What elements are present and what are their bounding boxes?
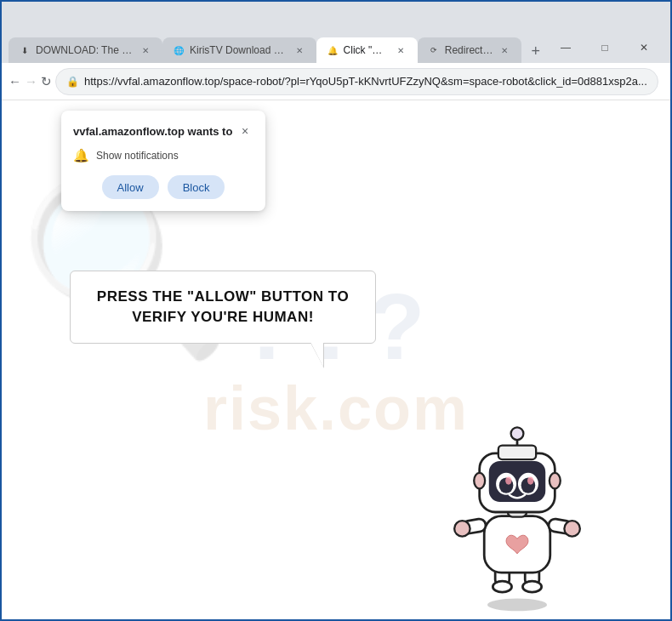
- svg-point-17: [505, 476, 511, 484]
- tab-close-kiristv[interactable]: ✕: [293, 43, 306, 57]
- back-button[interactable]: ←: [9, 68, 21, 95]
- svg-point-4: [522, 581, 541, 592]
- svg-point-9: [564, 521, 579, 536]
- popup-buttons: Allow Block: [73, 175, 253, 199]
- tab-favicon-allow: 🔔: [327, 44, 339, 56]
- lock-icon: 🔒: [66, 76, 79, 88]
- tab-favicon-redirecting: ⟳: [428, 44, 440, 56]
- titlebar: [2, 2, 670, 32]
- tab-download[interactable]: ⬇ DOWNLOAD: The Killer... ✕: [9, 37, 162, 63]
- robot-illustration: [432, 410, 602, 614]
- tab-allow[interactable]: 🔔 Click "Allow" ✕: [316, 37, 418, 63]
- svg-point-21: [474, 473, 485, 488]
- popup-site-suffix: wants to: [185, 125, 232, 138]
- tab-label-redirecting: Redirecting...: [445, 44, 493, 56]
- address-bar[interactable]: 🔒 https://vvfal.amazonflow.top/space-rob…: [55, 68, 658, 95]
- allow-button[interactable]: Allow: [102, 175, 159, 199]
- url-text: https://vvfal.amazonflow.top/space-robot…: [84, 75, 647, 88]
- speech-bubble: PRESS THE "ALLOW" BUTTON TO VERIFY YOU'R…: [70, 271, 376, 344]
- tab-close-allow[interactable]: ✕: [394, 43, 407, 57]
- page-content: 🔍 ??? risk.com vvfal.amazonflow.top want…: [2, 100, 670, 621]
- new-tab-button[interactable]: +: [525, 39, 546, 63]
- popup-close-button[interactable]: ×: [236, 122, 253, 140]
- notification-popup: vvfal.amazonflow.top wants to × 🔔 Show n…: [61, 111, 265, 211]
- bookmark-button[interactable]: ☆: [662, 68, 672, 95]
- watermark-bottom: risk.com: [203, 373, 469, 443]
- reload-button[interactable]: ↻: [41, 68, 52, 95]
- block-button[interactable]: Block: [168, 175, 225, 199]
- maximize-button[interactable]: □: [585, 32, 624, 63]
- tab-close-download[interactable]: ✕: [139, 43, 152, 57]
- minimize-button[interactable]: —: [546, 32, 585, 63]
- robot-container: [432, 410, 602, 614]
- tab-label-download: DOWNLOAD: The Killer...: [36, 44, 134, 56]
- bell-icon: 🔔: [73, 148, 89, 163]
- svg-point-3: [493, 581, 511, 592]
- tab-favicon-download: ⬇: [19, 44, 31, 56]
- popup-notification-text: Show notifications: [96, 150, 179, 162]
- speech-bubble-container: PRESS THE "ALLOW" BUTTON TO VERIFY YOU'R…: [70, 271, 376, 344]
- popup-site: vvfal.amazonflow.top wants to: [73, 125, 232, 138]
- tab-label-allow: Click "Allow": [344, 44, 389, 56]
- speech-bubble-text: PRESS THE "ALLOW" BUTTON TO VERIFY YOU'R…: [91, 287, 355, 328]
- forward-button[interactable]: →: [25, 68, 37, 95]
- popup-header: vvfal.amazonflow.top wants to ×: [73, 122, 253, 140]
- tab-label-kiristv: KirisTV Download Page...: [190, 44, 288, 56]
- tab-redirecting[interactable]: ⟳ Redirecting... ✕: [418, 37, 522, 63]
- close-button[interactable]: ✕: [624, 32, 663, 63]
- address-bar-row: ← → ↻ 🔒 https://vvfal.amazonflow.top/spa…: [2, 63, 670, 100]
- popup-notification-row: 🔔 Show notifications: [73, 148, 253, 163]
- svg-rect-23: [498, 446, 536, 460]
- window-controls: — □ ✕: [546, 32, 663, 63]
- tab-favicon-kiristv: 🌐: [173, 44, 185, 56]
- tab-bar: ⬇ DOWNLOAD: The Killer... ✕ 🌐 KirisTV Do…: [2, 32, 670, 63]
- svg-point-7: [454, 521, 470, 536]
- svg-point-0: [487, 599, 547, 612]
- tab-close-redirecting[interactable]: ✕: [498, 43, 511, 57]
- popup-site-bold: vvfal.amazonflow.top: [73, 125, 185, 138]
- address-right-icons: ☆ ⬇ 👤 ⋮: [662, 68, 672, 95]
- svg-point-22: [550, 473, 561, 488]
- svg-point-20: [511, 427, 524, 440]
- tab-kiristv[interactable]: 🌐 KirisTV Download Page... ✕: [162, 37, 316, 63]
- svg-point-18: [527, 476, 533, 484]
